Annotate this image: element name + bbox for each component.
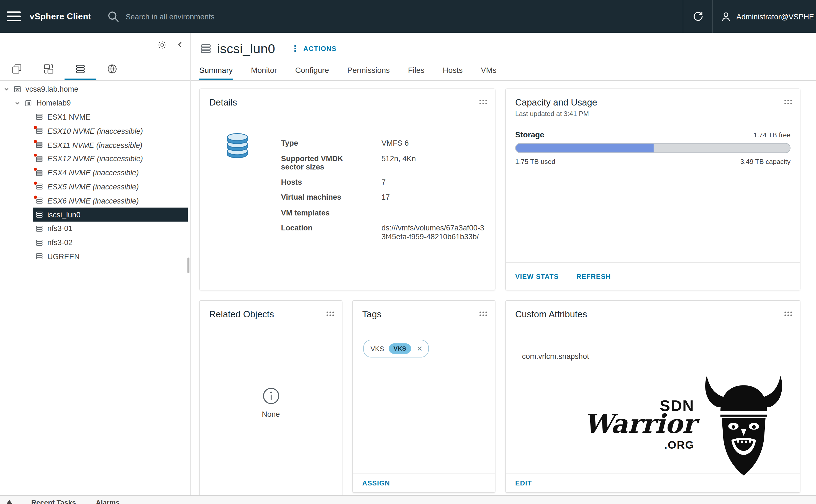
detail-value: ds:///vmfs/volumes/67a3af00-33f45efa-f95… — [381, 224, 488, 241]
refresh-button[interactable] — [683, 0, 712, 33]
detail-value: VMFS 6 — [381, 139, 488, 148]
main-content: iscsi_lun0 ⋮ ACTIONS SummaryMonitorConfi… — [191, 33, 816, 495]
logo-text-org: .ORG — [584, 439, 694, 451]
sidebar-tools — [0, 38, 190, 52]
sidebar-tab-vms-and-templates[interactable] — [33, 59, 65, 80]
datastore-icon — [35, 211, 43, 218]
search-icon — [107, 10, 120, 23]
tree-item-label: ESX12 NVME (inaccessible) — [47, 155, 143, 163]
drag-handle-icon[interactable] — [479, 309, 488, 317]
chevron-left-icon — [176, 41, 184, 48]
tree-item-label: ESX5 NVME (inaccessible) — [47, 182, 139, 191]
datastore-icon — [35, 169, 43, 177]
tree-expander-icon[interactable] — [13, 100, 21, 106]
detail-label: Virtual machines — [281, 193, 382, 202]
tree-item-esx5-nvme-inaccessible[interactable]: ESX5 NVME (inaccessible) — [0, 180, 188, 194]
details-card: Details TypeVMFS 6Supported VMDK secto — [199, 88, 496, 290]
tree-item-nfs3-02[interactable]: nfs3-02 — [0, 236, 188, 250]
detail-value: 512n, 4Kn — [381, 154, 488, 171]
user-menu[interactable]: Administrator@VSPHE — [713, 11, 816, 22]
detail-label: Type — [281, 139, 382, 148]
tab-vms[interactable]: VMs — [480, 62, 497, 80]
empty-state: None — [200, 387, 342, 418]
tree-item-homelab9[interactable]: Homelab9 — [0, 96, 188, 110]
tab-permissions[interactable]: Permissions — [347, 62, 390, 80]
sidebar-tab-networking[interactable] — [96, 59, 128, 80]
tree-item-vcsa9-lab-home[interactable]: vcsa9.lab.home — [0, 82, 188, 96]
error-badge — [33, 181, 37, 185]
tree-item-label: ESX1 NVME — [47, 113, 91, 121]
error-badge — [33, 140, 37, 143]
tag-name-badge: VKS — [389, 343, 411, 354]
tree-item-esx6-nvme-inaccessible[interactable]: ESX6 NVME (inaccessible) — [0, 194, 188, 208]
tag-chip[interactable]: VKS VKS ✕ — [363, 340, 429, 358]
datastore-large-icon — [221, 129, 253, 241]
logo-text-warrior: Warrior — [584, 412, 694, 436]
remove-tag-icon[interactable]: ✕ — [417, 344, 422, 353]
tree-item-ugreen[interactable]: UGREEN — [0, 250, 188, 263]
tree-item-esx4-nvme-inaccessible[interactable]: ESX4 NVME (inaccessible) — [0, 166, 188, 180]
related-objects-card: Related Objects None — [199, 300, 343, 495]
tree-item-nfs3-01[interactable]: nfs3-01 — [0, 222, 188, 235]
user-icon — [720, 11, 732, 22]
tree-item-label: ESX6 NVME (inaccessible) — [47, 197, 139, 205]
datastore-icon — [35, 127, 43, 135]
tree-item-esx10-nvme-inaccessible[interactable]: ESX10 NVME (inaccessible) — [0, 124, 188, 138]
datastore-icon — [35, 155, 43, 163]
tab-monitor[interactable]: Monitor — [250, 62, 278, 80]
tree-item-esx1-nvme[interactable]: ESX1 NVME — [0, 110, 188, 124]
tab-files[interactable]: Files — [407, 62, 425, 80]
edit-attributes-link[interactable]: EDIT — [515, 479, 532, 487]
tree-item-iscsi-lun0[interactable]: iscsi_lun0 — [0, 208, 188, 222]
refresh-link[interactable]: REFRESH — [576, 272, 611, 280]
tree-item-esx12-nvme-inaccessible[interactable]: ESX12 NVME (inaccessible) — [0, 152, 188, 166]
detail-label: Location — [281, 224, 382, 241]
navigation-sidebar: vcsa9.lab.homeHomelab9ESX1 NVMEESX10 NVM… — [0, 33, 191, 495]
bottom-panel-bar: Recent Tasks Alarms — [0, 495, 816, 504]
detail-value: 17 — [381, 193, 488, 202]
page-title: iscsi_lun0 — [217, 41, 275, 56]
view-stats-link[interactable]: VIEW STATS — [515, 272, 559, 280]
vcenter-icon — [14, 85, 21, 93]
collapse-sidebar-button[interactable] — [176, 41, 184, 48]
details-fields: TypeVMFS 6Supported VMDK sector sizes512… — [281, 139, 488, 241]
global-search[interactable] — [107, 10, 407, 23]
tree-item-label: iscsi_lun0 — [47, 210, 81, 219]
card-title: Related Objects — [209, 309, 274, 320]
tab-summary[interactable]: Summary — [199, 62, 233, 80]
assign-tag-link[interactable]: ASSIGN — [362, 479, 390, 487]
error-badge — [33, 125, 37, 129]
drag-handle-icon[interactable] — [326, 309, 335, 317]
search-input[interactable] — [125, 12, 407, 20]
viking-head-image — [702, 369, 785, 480]
sidebar-scrollbar[interactable] — [187, 258, 189, 273]
tab-configure[interactable]: Configure — [295, 62, 330, 80]
datastore-icon — [35, 225, 43, 232]
sidebar-tab-storage[interactable] — [65, 59, 96, 80]
tags-card: Tags VKS VKS ✕ ASSIGN — [352, 300, 496, 493]
datacenter-icon — [24, 99, 32, 107]
sidebar-settings-button[interactable] — [157, 40, 167, 50]
tree-item-esx11-nvme-inaccessible[interactable]: ESX11 NVME (inaccessible) — [0, 138, 188, 152]
datastore-icon — [35, 183, 43, 191]
actions-menu-button[interactable]: ⋮ ACTIONS — [291, 44, 337, 53]
inventory-tree: vcsa9.lab.homeHomelab9ESX1 NVMEESX10 NVM… — [0, 82, 188, 495]
detail-label: Supported VMDK sector sizes — [281, 154, 382, 171]
recent-tasks-toggle[interactable]: Recent Tasks — [31, 499, 76, 504]
drag-handle-icon[interactable] — [784, 309, 793, 317]
empty-label: None — [262, 410, 280, 418]
card-title: Capacity and Usage — [515, 97, 597, 108]
storage-free-value: 1.74 TB free — [753, 131, 791, 139]
tree-item-label: ESX10 NVME (inaccessible) — [47, 127, 143, 135]
expand-panel-icon[interactable] — [6, 500, 13, 504]
vsphere-client-window: vSphere Client Administrator@VSPHE — [0, 0, 816, 504]
error-badge — [33, 167, 37, 171]
hamburger-menu-button[interactable] — [7, 11, 21, 21]
drag-handle-icon[interactable] — [784, 97, 793, 105]
storage-icon — [75, 63, 86, 74]
tree-expander-icon[interactable] — [2, 86, 11, 92]
sidebar-tab-hosts-and-clusters[interactable] — [1, 59, 33, 80]
drag-handle-icon[interactable] — [479, 97, 488, 105]
alarms-toggle[interactable]: Alarms — [96, 499, 120, 504]
tab-hosts[interactable]: Hosts — [442, 62, 463, 80]
